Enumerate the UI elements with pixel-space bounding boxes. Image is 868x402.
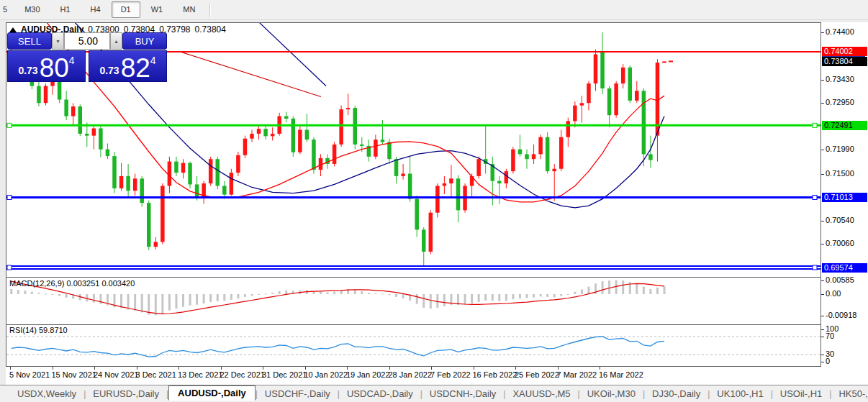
date-tick-mark <box>10 367 11 370</box>
price-badge-0.74002: 0.74002 <box>822 47 867 56</box>
axis-tick-mark <box>821 355 824 355</box>
collapse-triangle-icon[interactable] <box>9 27 17 32</box>
tab-dj30-daily[interactable]: DJ30-,Daily <box>645 387 707 401</box>
timeframe-button-W1[interactable]: W1 <box>142 1 173 18</box>
axis-tick-mark <box>821 294 824 295</box>
sell-price-big: 80 <box>40 58 69 79</box>
price-tick-label: 0.74400 <box>826 27 854 36</box>
tab-usdcnh-daily[interactable]: USDCNH-,Daily <box>422 387 503 401</box>
price-tick-label: 0.70540 <box>826 216 854 224</box>
symbol-tab-bar: USDX,Weekly|EURUSD-,Daily|AUDUSD-,Daily|… <box>0 385 868 402</box>
date-label: 15 Nov 2021 <box>52 370 96 379</box>
axis-tick-mark <box>821 316 824 316</box>
date-tick-mark <box>263 367 263 370</box>
axis-tick-mark <box>821 103 824 104</box>
macd-axis-label: 0.00585 <box>826 275 854 284</box>
sell-price-pip: 4 <box>69 55 75 66</box>
buy-button[interactable]: BUY <box>122 32 167 50</box>
date-label: 10 Jan 2022 <box>304 370 348 379</box>
price-tick-label: 0.70060 <box>826 239 854 247</box>
buy-price-pip: 4 <box>150 55 156 66</box>
timeframe-button-D1[interactable]: D1 <box>112 1 140 18</box>
axis-tick-mark <box>821 150 824 150</box>
date-label: 16 Mar 2022 <box>599 370 643 379</box>
sell-button[interactable]: SELL <box>7 32 52 50</box>
axis-tick-mark <box>821 32 824 33</box>
date-axis: 5 Nov 202115 Nov 202124 Nov 20213 Dec 20… <box>6 367 868 385</box>
axis-tick-mark <box>821 80 824 81</box>
date-tick-mark <box>53 367 53 370</box>
axis-tick-mark <box>821 174 824 175</box>
date-tick-mark <box>558 367 559 370</box>
price-tick-label: 0.71500 <box>826 169 854 178</box>
buy-quote-box[interactable]: 0.73 82 4 <box>89 50 167 82</box>
tab-usoil-h1[interactable]: USOil-,H1 <box>773 387 830 401</box>
macd-value-signal: 0.003420 <box>101 279 135 288</box>
date-label: 25 Feb 2022 <box>515 370 559 379</box>
ohlc-close: 0.73804 <box>195 24 226 35</box>
mt4-window: 5M30H1H4D1W1MN AUDUSD-,Daily 0.73800 0.7… <box>0 0 868 402</box>
date-tick-mark <box>600 367 600 370</box>
tab-usdx-weekly[interactable]: USDX,Weekly <box>10 387 83 401</box>
date-tick-mark <box>389 367 390 370</box>
timeframe-button-H4[interactable]: H4 <box>81 1 110 18</box>
date-label: 3 Dec 2021 <box>136 370 176 379</box>
tab-eurusd-daily[interactable]: EURUSD-,Daily <box>86 387 166 401</box>
macd-axis-label: -0.00918 <box>826 311 856 319</box>
date-label: 22 Dec 2021 <box>220 370 265 379</box>
date-label: 16 Feb 2022 <box>473 370 517 379</box>
date-tick-mark <box>347 367 348 370</box>
tab-audusd-daily[interactable]: AUDUSD-,Daily <box>168 385 256 401</box>
rsi-header: RSI(14) 59.8710 <box>9 326 68 334</box>
rsi-axis-label: 0 <box>826 357 830 365</box>
date-label: 19 Jan 2022 <box>346 370 390 379</box>
tab-ukoil-m30[interactable]: UKOil-,M30 <box>580 387 643 401</box>
tab-hk50-daily[interactable]: HK50-,Daily <box>831 387 868 401</box>
date-tick-mark <box>305 367 306 370</box>
rsi-axis-label: 70 <box>826 332 834 340</box>
price-badge-0.69574: 0.69574 <box>822 263 867 273</box>
tab-xauusd-m5[interactable]: XAUUSD-,M5 <box>505 387 577 401</box>
date-label: 28 Jan 2022 <box>389 370 433 379</box>
price-tick-label: 0.72950 <box>826 98 854 106</box>
date-label: 7 Mar 2022 <box>557 370 597 379</box>
timeframe-button-5[interactable]: 5 <box>1 1 14 18</box>
date-label: 31 Dec 2021 <box>262 370 307 379</box>
date-tick-mark <box>94 367 95 370</box>
volume-input[interactable]: 5.00 <box>64 32 110 50</box>
timeframe-button-H1[interactable]: H1 <box>51 1 80 18</box>
sell-quote-box[interactable]: 0.73 80 4 <box>7 50 86 82</box>
timeframe-toolbar: 5M30H1H4D1W1MN <box>0 0 868 20</box>
rsi-value: 59.8710 <box>39 326 68 334</box>
buy-price-prefix: 0.73 <box>99 65 119 76</box>
tab-usdcad-daily[interactable]: USDCAD-,Daily <box>340 387 420 401</box>
price-badge-0.73804: 0.73804 <box>822 57 867 66</box>
axis-tick-mark <box>821 244 824 245</box>
date-label: 24 Nov 2021 <box>94 370 138 379</box>
date-tick-mark <box>178 367 179 370</box>
price-badge-0.71013: 0.71013 <box>822 193 867 202</box>
price-axis: 0.744000.734300.729500.719900.715000.705… <box>821 22 868 367</box>
buy-price-big: 82 <box>121 58 150 79</box>
macd-header: MACD(12,26,9) 0.003251 0.003420 <box>9 279 135 288</box>
volume-increase-button[interactable]: ▲ <box>110 32 122 50</box>
date-label: 7 Feb 2022 <box>430 370 471 379</box>
volume-decrease-button[interactable]: ▼ <box>52 32 64 50</box>
tab-uk100-h1[interactable]: UK100-,H1 <box>710 387 770 401</box>
axis-tick-mark <box>821 221 824 221</box>
macd-separator <box>6 277 868 278</box>
price-tick-label: 0.73430 <box>826 75 854 83</box>
axis-tick-mark <box>821 329 824 330</box>
price-tick-label: 0.71990 <box>826 145 854 153</box>
one-click-trade-panel: SELL ▼ 5.00 ▲ BUY 0.73 80 4 0.73 82 4 <box>7 32 167 82</box>
date-tick-mark <box>515 367 516 370</box>
date-tick-mark <box>221 367 222 370</box>
timeframe-button-M30[interactable]: M30 <box>15 1 49 18</box>
axis-tick-mark <box>821 337 824 337</box>
axis-tick-mark <box>821 280 824 281</box>
tab-usdchf-daily[interactable]: USDCHF-,Daily <box>258 387 338 401</box>
macd-title: MACD(12,26,9) <box>9 279 64 288</box>
rsi-indicator-pane[interactable] <box>6 325 820 366</box>
timeframe-button-MN[interactable]: MN <box>173 1 204 18</box>
date-label: 13 Dec 2021 <box>178 370 222 379</box>
